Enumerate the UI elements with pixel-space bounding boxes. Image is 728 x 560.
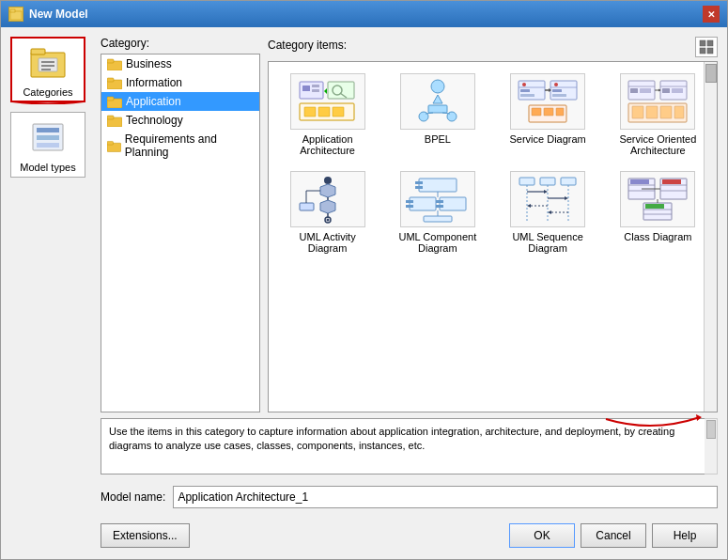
model-name-row: Model name:: [101, 480, 718, 514]
category-label-information: Information: [126, 76, 182, 89]
desc-scrollbar-thumb[interactable]: [706, 420, 716, 439]
diagram-item-uml-sequence[interactable]: UML SequenceDiagram: [497, 167, 599, 257]
category-panel-label: Category:: [101, 37, 260, 50]
categories-nav-button[interactable]: Categories: [10, 37, 85, 102]
desc-scrollbar[interactable]: [705, 418, 718, 474]
diagram-item-bpel[interactable]: BPEL: [386, 70, 488, 160]
svg-marker-111: [548, 210, 551, 214]
items-panel-header: Category items:: [268, 37, 718, 57]
svg-rect-22: [700, 40, 705, 46]
svg-rect-21: [107, 141, 113, 145]
left-panel: Categories Model types: [10, 37, 93, 550]
cancel-button[interactable]: Cancel: [581, 523, 646, 548]
svg-rect-84: [300, 203, 314, 210]
category-panel: Category: Business: [101, 37, 260, 412]
svg-marker-79: [320, 200, 335, 213]
folder-icon-application: [107, 96, 122, 108]
grid-view-button[interactable]: [695, 37, 718, 57]
category-item-requirements[interactable]: Requirements and Planning: [101, 130, 259, 162]
items-panel-label: Category items:: [268, 39, 347, 52]
model-name-label: Model name:: [101, 490, 165, 504]
svg-rect-19: [107, 116, 114, 119]
svg-rect-60: [556, 108, 564, 116]
svg-rect-86: [419, 179, 457, 192]
main-panel: Category: Business: [101, 37, 718, 550]
diagram-item-class-diagram[interactable]: Class Diagram: [607, 167, 709, 257]
diagram-thumb-app-arch: [290, 73, 365, 130]
category-label-business: Business: [126, 57, 172, 70]
svg-point-52: [554, 83, 558, 86]
title-bar-left: New Model: [8, 7, 88, 22]
folder-icon-requirements: [107, 140, 121, 152]
svg-rect-115: [630, 179, 649, 184]
svg-rect-73: [674, 106, 684, 118]
svg-rect-97: [424, 216, 452, 222]
extensions-button[interactable]: Extensions...: [101, 523, 190, 548]
diagram-label-bpel: BPEL: [425, 133, 451, 145]
diagram-label-uml-component: UML ComponentDiagram: [399, 231, 477, 254]
categories-icon: [27, 41, 69, 83]
scrollbar-thumb[interactable]: [705, 64, 717, 83]
uml-activity-svg: [295, 175, 361, 224]
svg-rect-91: [406, 200, 413, 203]
dialog-icon: [8, 7, 23, 22]
svg-rect-64: [640, 88, 651, 93]
svg-rect-88: [415, 186, 423, 189]
category-item-business[interactable]: Business: [101, 54, 259, 73]
diagram-item-service-oriented[interactable]: Service OrientedArchitecture: [607, 70, 709, 160]
svg-rect-49: [520, 94, 534, 97]
svg-rect-90: [410, 197, 436, 210]
svg-rect-54: [552, 94, 566, 97]
svg-rect-23: [707, 40, 713, 46]
dialog-title: New Model: [29, 8, 88, 21]
help-button[interactable]: Help: [652, 523, 718, 548]
svg-rect-100: [561, 178, 576, 185]
diagram-item-uml-component[interactable]: UML ComponentDiagram: [386, 167, 488, 257]
diagram-thumb-uml-activity: [290, 171, 365, 227]
svg-rect-48: [520, 89, 530, 92]
diagram-label-service-diagram: Service Diagram: [509, 133, 585, 145]
category-item-application[interactable]: Application: [101, 92, 259, 111]
svg-rect-29: [312, 89, 319, 92]
svg-rect-30: [328, 82, 354, 99]
items-scrollbar[interactable]: [704, 62, 717, 412]
ok-button[interactable]: OK: [509, 523, 575, 548]
uml-component-svg: [405, 175, 471, 224]
svg-marker-105: [544, 190, 548, 194]
diagram-item-service-diagram[interactable]: Service Diagram: [497, 70, 599, 160]
bpel-svg: [405, 77, 471, 126]
model-types-icon: [27, 117, 69, 158]
diagram-label-class-diagram: Class Diagram: [624, 231, 691, 242]
new-model-dialog: New Model ✕ Categories: [0, 0, 728, 560]
svg-marker-39: [433, 95, 442, 103]
service-oriented-svg: [625, 77, 690, 126]
svg-rect-7: [41, 69, 51, 70]
model-name-input[interactable]: [173, 486, 718, 508]
diagram-label-service-oriented: Service OrientedArchitecture: [619, 133, 696, 156]
diagram-label-uml-activity: UML Activity Diagram: [286, 231, 370, 254]
svg-rect-70: [632, 106, 643, 118]
svg-rect-119: [662, 179, 681, 184]
svg-rect-10: [37, 135, 59, 140]
diagram-item-app-arch[interactable]: ApplicationArchitecture: [276, 70, 379, 160]
svg-rect-71: [646, 106, 658, 118]
svg-rect-92: [406, 205, 413, 208]
svg-marker-77: [320, 184, 335, 197]
diagram-thumb-service-diagram: [510, 73, 585, 130]
svg-rect-53: [552, 89, 562, 92]
app-arch-svg: [295, 77, 361, 126]
svg-rect-123: [645, 204, 664, 209]
svg-rect-27: [302, 86, 310, 91]
close-button[interactable]: ✕: [703, 6, 720, 23]
model-types-nav-button[interactable]: Model types: [10, 112, 85, 178]
diagram-item-uml-activity[interactable]: UML Activity Diagram: [276, 167, 379, 257]
category-item-technology[interactable]: Technology: [101, 111, 259, 130]
category-label-technology: Technology: [126, 114, 183, 127]
svg-rect-36: [333, 107, 344, 117]
svg-rect-34: [304, 107, 316, 117]
svg-rect-63: [630, 88, 638, 93]
folder-icon-technology: [107, 115, 122, 127]
category-item-information[interactable]: Information: [101, 73, 259, 92]
svg-rect-94: [436, 200, 443, 203]
diagram-label-app-arch: ApplicationArchitecture: [300, 133, 355, 156]
